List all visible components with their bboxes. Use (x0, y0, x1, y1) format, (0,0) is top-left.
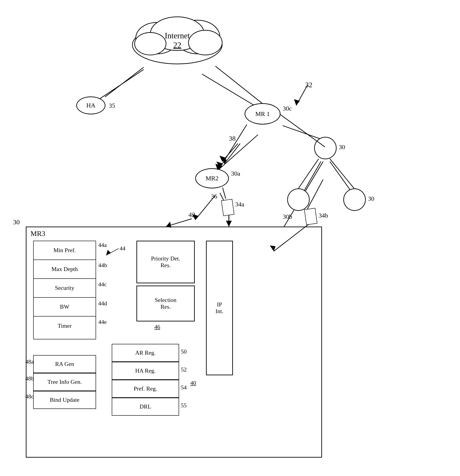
svg-line-4 (222, 144, 238, 162)
svg-point-22 (189, 30, 222, 55)
drl-box: DRL (112, 398, 179, 416)
criteria-item-3: BW (34, 298, 95, 316)
drl-label: DRL (139, 403, 151, 410)
criteria-label-1: Max Depth (51, 266, 78, 272)
ref-42-text: 42 (189, 211, 195, 218)
node30-top-ref-text: 30 (339, 144, 345, 151)
svg-line-36 (223, 187, 226, 199)
ref-48c-text: 48c (25, 393, 34, 400)
ref-34a: 34a (235, 201, 244, 208)
svg-line-28 (215, 66, 262, 104)
ref-48b: 48b (25, 375, 34, 382)
ip-line2: Int. (215, 308, 223, 315)
node30b-ref: 30b (283, 213, 292, 220)
ref-40: 40 (190, 380, 196, 386)
ref-48a-text: 48a (25, 358, 34, 365)
ha-node: HA (76, 96, 105, 114)
ref-34a-text: 34a (235, 201, 244, 208)
ref-42: 42 (189, 211, 195, 219)
svg-marker-32 (222, 158, 227, 164)
ref-34b-text: 34b (319, 212, 328, 219)
ar-reg-label: AR Reg. (135, 349, 156, 356)
ha-reg-label: HA Reg. (135, 367, 156, 374)
mr2-ref-text: 30a (231, 170, 240, 177)
signal-34a (221, 199, 234, 216)
svg-line-41 (166, 219, 192, 227)
criteria-label-3: BW (60, 304, 69, 310)
mr3-container: MR3 30 Min Pref. Max Depth Security BW T… (26, 227, 322, 458)
node30b-ref-text: 30b (283, 213, 292, 220)
bind-update-box: Bind Update (33, 391, 96, 409)
criteria-item-4: Timer (34, 316, 95, 335)
mr3-label-text: MR3 (31, 230, 45, 238)
ref-44e: 44e (98, 319, 107, 325)
internet-number: 22 (173, 41, 181, 50)
ref-44b: 44b (98, 262, 107, 269)
arrow-32 (289, 83, 312, 110)
criteria-outer-box: Min Pref. Max Depth Security BW Timer (33, 241, 96, 339)
ha-label: HA (87, 102, 95, 109)
node30-right (343, 188, 366, 211)
ref-36: 36 (211, 193, 217, 200)
priority-line1: Priority Det. (151, 255, 180, 262)
svg-line-34 (298, 159, 319, 188)
svg-line-31 (224, 144, 240, 164)
ha-reg-box: HA Reg. (112, 362, 179, 380)
ra-gen-box: RA Gen (33, 355, 96, 373)
internet-text: Internet (165, 31, 190, 40)
ar-reg-box: AR Reg. (112, 344, 179, 362)
ref-48b-text: 48b (25, 375, 34, 382)
selection-line2: Res. (160, 304, 171, 310)
ref-44d-text: 44d (98, 300, 107, 307)
ref-52-text: 52 (181, 366, 187, 373)
svg-line-35 (330, 159, 354, 188)
svg-marker-26 (106, 250, 111, 255)
mr3-label: MR3 (31, 230, 45, 238)
criteria-item-2: Security (34, 279, 95, 298)
ref-44b-text: 44b (98, 262, 107, 269)
priority-det-box: Priority Det. Res. (136, 241, 195, 283)
node30-top-ref: 30 (339, 144, 345, 151)
ref-52: 52 (181, 366, 187, 373)
ref-54: 54 (181, 384, 187, 391)
ip-int-box: IP Int. (206, 241, 233, 375)
ref-34b: 34b (319, 212, 328, 219)
node30-top (314, 137, 337, 159)
ref-44c-text: 44c (98, 281, 107, 288)
svg-line-27 (105, 67, 144, 97)
ref-38: 38 (229, 135, 236, 142)
internet-label: Internet 22 (165, 31, 190, 50)
bind-update-label: Bind Update (50, 397, 79, 403)
ref-55: 55 (181, 402, 187, 409)
selection-res-box: Selection Res. (136, 286, 195, 322)
ref-46: 46 (154, 324, 160, 331)
svg-line-2 (218, 135, 258, 170)
svg-line-8 (330, 162, 352, 193)
svg-line-7 (303, 162, 321, 193)
ref-36-text: 36 (211, 193, 217, 200)
ha-ref: 35 (109, 102, 115, 109)
ra-gen-label: RA Gen (55, 361, 74, 367)
ref-44c: 44c (98, 281, 107, 288)
svg-line-0 (96, 69, 144, 101)
tree-info-label: Tree Info Gen. (48, 379, 82, 385)
internet-cloud: Internet 22 (121, 9, 233, 67)
ha-ref-text: 35 (109, 102, 115, 109)
criteria-label-4: Timer (58, 323, 72, 329)
mr1-node: MR 1 (245, 103, 280, 125)
node30b (287, 188, 310, 211)
priority-line2: Res. (160, 262, 171, 269)
ref-50-text: 50 (181, 348, 187, 355)
ref-40-text: 40 (190, 380, 196, 386)
svg-marker-30 (216, 162, 222, 168)
signal-34b (304, 208, 317, 225)
ref-48a: 48a (25, 358, 34, 365)
criteria-item-1: Max Depth (34, 260, 95, 279)
criteria-item-0: Min Pref. (34, 241, 95, 260)
svg-line-29 (220, 125, 247, 168)
diagram: Internet 22 HA 35 MR 1 30c 32 MR2 30a 38… (0, 0, 460, 476)
ref-38-text: 38 (229, 135, 236, 142)
mr3-ref: 30 (13, 218, 20, 226)
ref-55-text: 55 (181, 402, 187, 409)
criteria-label-0: Min Pref. (53, 247, 76, 254)
